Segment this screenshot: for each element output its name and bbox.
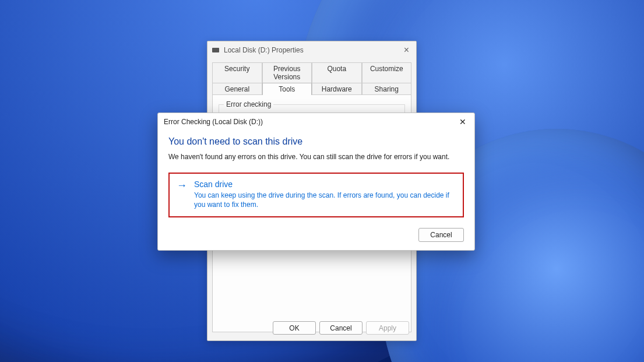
scan-drive-action[interactable]: → Scan drive You can keep using the driv… [168,173,464,217]
cancel-button[interactable]: Cancel [319,321,363,335]
arrow-right-icon: → [177,180,187,191]
scan-drive-title: Scan drive [194,180,456,189]
close-icon[interactable]: × [402,45,411,55]
dialog-subtext: We haven't found any errors on this driv… [168,153,464,161]
tab-customize[interactable]: Customize [362,62,412,83]
error-checking-titlebar[interactable]: Error Checking (Local Disk (D:)) ✕ [158,113,474,131]
scan-drive-description: You can keep using the drive during the … [194,191,456,209]
tab-security[interactable]: Security [212,62,262,83]
ok-button[interactable]: OK [273,321,316,335]
drive-icon [212,48,219,52]
properties-title: Local Disk (D:) Properties [224,46,402,54]
dialog-headline: You don't need to scan this drive [168,136,464,147]
tab-general[interactable]: General [212,83,262,95]
close-icon[interactable]: ✕ [457,117,469,126]
error-checking-dialog: Error Checking (Local Disk (D:)) ✕ You d… [157,113,475,251]
tab-sharing[interactable]: Sharing [362,83,412,95]
error-checking-legend: Error checking [224,100,273,108]
tab-quota[interactable]: Quota [312,62,362,83]
properties-titlebar[interactable]: Local Disk (D:) Properties × [207,41,416,59]
tab-hardware[interactable]: Hardware [312,83,362,95]
cancel-button[interactable]: Cancel [418,228,464,242]
error-checking-dialog-title: Error Checking (Local Disk (D:)) [164,118,457,126]
apply-button: Apply [366,321,409,335]
tab-tools[interactable]: Tools [262,83,312,95]
tab-previous-versions[interactable]: Previous Versions [262,62,312,83]
